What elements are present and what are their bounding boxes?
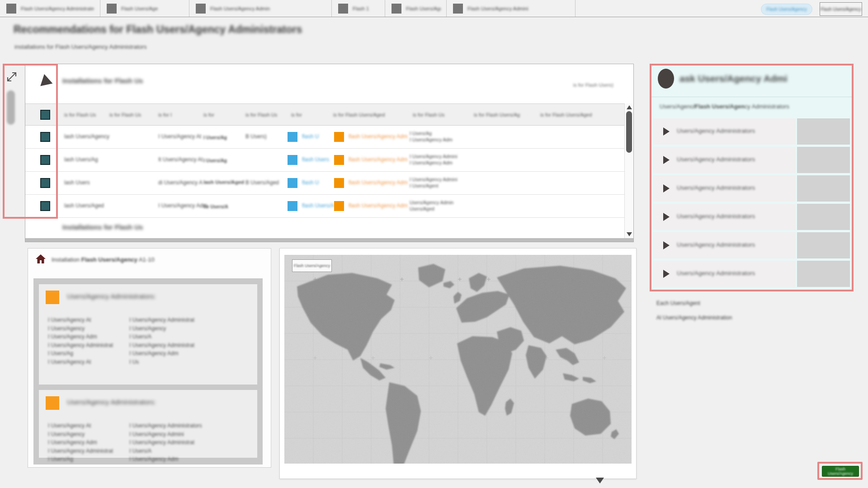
column-header: is for Flash Users/Ag <box>474 112 520 117</box>
cell-stack: I Users/AgI Users/Agency Adm <box>410 130 453 143</box>
scroll-handle[interactable] <box>7 90 15 125</box>
row-side-cell <box>797 261 850 287</box>
row-main-cell: Users/Agency Administrators <box>653 118 796 145</box>
tab-3[interactable]: Flash Users/Agency Admin <box>189 0 332 17</box>
column-header: is for Flash Users/Aged <box>333 112 385 117</box>
expander-triangle-icon[interactable] <box>40 74 54 89</box>
orange-tag-label[interactable]: flash Users/Agency Adm <box>349 156 408 163</box>
orange-tag-icon <box>334 132 344 142</box>
row-checkbox[interactable] <box>40 201 50 211</box>
section-heading: Users/Agency Administrators: <box>67 398 156 406</box>
pill-button-label: Flash Users/Agency <box>766 7 807 12</box>
expand-arrow-icon <box>663 184 670 192</box>
table-row[interactable]: lash Users/Aged I Users/Agency Adm he Us… <box>25 195 624 218</box>
group-square-icon <box>46 396 59 410</box>
orange-tag-icon <box>334 178 344 188</box>
expandable-row[interactable]: Users/Agency Administrators <box>653 147 850 173</box>
scroll-up-icon[interactable] <box>627 105 632 109</box>
orange-tag-label[interactable]: flash Users/Agency Adm <box>349 133 408 140</box>
cell-stack: I Users/Agency AdminiI Users/Agent <box>410 176 458 189</box>
confirm-button[interactable]: Flash Users/Agency <box>822 466 859 477</box>
tab-label: Flash Users/Age <box>121 6 158 11</box>
blue-tag-icon <box>288 201 297 211</box>
page-down-caret-icon[interactable] <box>596 478 604 483</box>
column-header: is for Flash Users/Aged <box>540 112 592 117</box>
panel-header: ask Users/Agency Admi <box>651 66 852 97</box>
blue-tag-icon <box>288 155 297 165</box>
cell-stack: Users/Agency AdminUsers/Aged <box>410 199 453 212</box>
cell-value: di Users/Agency A <box>158 179 203 186</box>
home-icon[interactable] <box>35 253 46 264</box>
blue-tag-icon <box>288 132 297 142</box>
recommendations-table-panel: Installations for Flash Us is for Flash … <box>25 64 634 242</box>
page-subtitle: installations for Flash Users/Agency Adm… <box>14 43 147 50</box>
app-square-icon <box>392 4 401 14</box>
cell-name: lash Users/Aged <box>64 202 104 209</box>
row-label: Users/Agency Administrators <box>677 213 755 220</box>
expand-arrow-icon <box>663 241 670 249</box>
expandable-row[interactable]: Users/Agency Administrators <box>653 232 850 258</box>
user-details-panel: ask Users/Agency Admi Users/Agenc/Flash … <box>651 66 852 290</box>
select-all-checkbox[interactable] <box>40 110 50 120</box>
world-map[interactable] <box>284 255 632 464</box>
agency-outline-button[interactable]: Flash Users/Agency <box>820 2 862 16</box>
app-square-icon <box>107 4 117 14</box>
tab-4[interactable]: Flash 1 <box>332 0 385 17</box>
app-square-icon <box>6 4 16 14</box>
expandable-row[interactable]: Users/Agency Administrators <box>653 204 850 230</box>
expandable-row[interactable]: Users/Agency Administrators <box>653 118 850 145</box>
blue-tag-label[interactable]: flash U <box>302 133 319 140</box>
row-main-cell: Users/Agency Administrators <box>653 232 796 258</box>
table-row[interactable]: lash Users/Agency I Users/Agency At I Us… <box>25 126 624 149</box>
blue-tag-label[interactable]: flash Users <box>302 156 329 163</box>
card-body: Users/Agency Administrators: I Users/Age… <box>33 278 263 465</box>
blue-tag-label[interactable]: flash U <box>302 179 319 186</box>
app-square-icon <box>338 4 348 14</box>
tab-label: Flash Users/Agency Administrate <box>21 6 94 11</box>
tab-5[interactable]: Flash Users/Agency <box>385 0 447 17</box>
vertical-scrollbar[interactable] <box>624 103 633 238</box>
horizontal-scrollbar[interactable] <box>25 238 633 242</box>
cell-value: I Users/Agency At <box>158 133 201 140</box>
page-title: Recommendations for Flash Users/Agency A… <box>14 23 302 36</box>
tab-label: Flash Users/Agency <box>406 6 441 11</box>
cell-name: lash Users <box>64 179 90 186</box>
row-label: Users/Agency Administrators <box>677 241 755 248</box>
scroll-down-icon[interactable] <box>627 232 632 236</box>
app-square-icon <box>453 4 463 14</box>
agency-pill-button[interactable]: Flash Users/Agency <box>761 4 812 15</box>
cell-value: B Users/Aged <box>245 179 279 186</box>
expandable-row-list: Users/Agency Administrators Users/Agency… <box>653 118 850 289</box>
cell-name: lash Users/Agency <box>64 133 109 140</box>
blue-tag-label[interactable]: flash Users/A <box>302 202 334 209</box>
cell-value: I Users/Agency Adm <box>158 202 208 209</box>
cell-value: It Users/Agency At <box>158 156 203 163</box>
expandable-row[interactable]: Users/Agency Administrators <box>653 261 850 287</box>
orange-tag-label[interactable]: flash Users/Agency Adm <box>349 202 408 209</box>
tab-6[interactable]: Flash Users/Agency Admini <box>447 0 576 17</box>
cell-value: B Users) <box>245 133 267 140</box>
tab-2[interactable]: Flash Users/Age <box>100 0 189 17</box>
orange-tag-icon <box>334 201 344 211</box>
scrollbar-thumb[interactable] <box>626 111 632 153</box>
table-section-footer: Installations for Flash Us <box>25 218 624 239</box>
map-panel: Flash Users/Agency <box>279 248 637 479</box>
row-checkbox[interactable] <box>40 132 50 142</box>
table-row[interactable]: lash Users/Ag It Users/Agency At I Users… <box>25 149 624 172</box>
table-header-row: is for Flash Us is for Flash Us is for I… <box>25 103 624 126</box>
column-header: is for Flash Us <box>109 112 141 117</box>
row-main-cell: Users/Agency Administrators <box>653 204 796 230</box>
detail-list-right: I Users/Agency Administrators I Users/Ag… <box>129 422 202 464</box>
row-checkbox[interactable] <box>40 178 50 188</box>
section-title: Installations for Flash Us <box>62 77 143 84</box>
expandable-row[interactable]: Users/Agency Administrators <box>653 175 850 202</box>
row-checkbox[interactable] <box>40 155 50 165</box>
card-title: Installation Flash Users/Agency A1-10 <box>52 256 155 263</box>
row-side-cell <box>797 147 850 173</box>
table-row[interactable]: lash Users di Users/Agency A lash Users/… <box>25 172 624 195</box>
detail-list-left: I Users/Agency At I Users/Agency I Users… <box>48 422 113 464</box>
orange-tag-label[interactable]: flash Users/Agency Adm <box>349 179 408 186</box>
tab-1[interactable]: Flash Users/Agency Administrate <box>0 0 100 17</box>
expand-icon[interactable] <box>5 70 18 83</box>
column-header: is for <box>291 112 302 117</box>
